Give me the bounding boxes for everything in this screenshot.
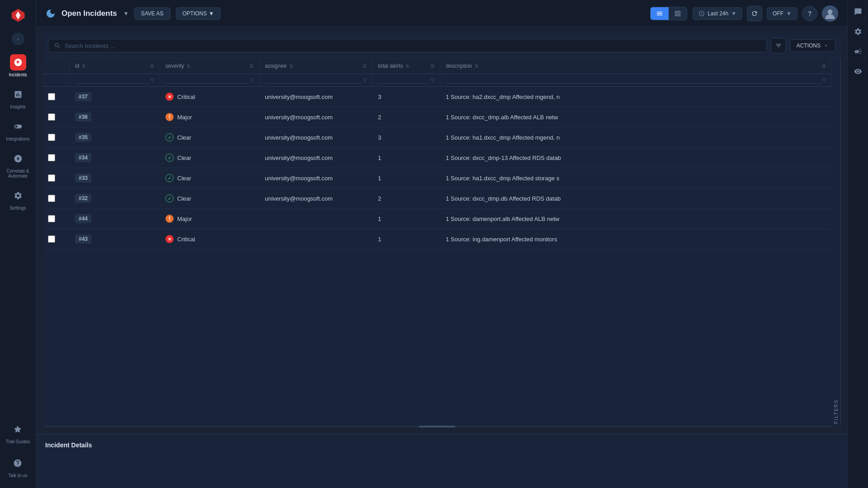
- sort-assignee-icon[interactable]: ⇅: [289, 64, 293, 69]
- td-assignee-2[interactable]: university@moogsoft.com: [259, 127, 373, 147]
- search-input[interactable]: [65, 42, 761, 49]
- filter-assignee-input[interactable]: [265, 77, 363, 84]
- th-id[interactable]: id ⇅ ☰: [70, 58, 160, 74]
- td-id-1[interactable]: #36: [70, 107, 160, 127]
- td-severity-4[interactable]: Clear: [160, 168, 259, 188]
- sidebar-item-settings[interactable]: Settings: [0, 183, 36, 215]
- filter-id-icon[interactable]: ☰: [150, 64, 154, 69]
- filter-assignee-icon[interactable]: ☰: [363, 64, 367, 69]
- td-id-4[interactable]: #33: [70, 168, 160, 188]
- td-total-alerts-1[interactable]: 2: [373, 107, 440, 127]
- filter-id-input[interactable]: [75, 77, 151, 84]
- save-as-button[interactable]: SAVE AS: [134, 7, 170, 20]
- row-checkbox-3[interactable]: [48, 154, 55, 161]
- user-avatar[interactable]: [822, 5, 838, 22]
- filter-alerts-input[interactable]: [378, 77, 431, 84]
- filter-funnel-assignee[interactable]: ▽: [363, 77, 367, 83]
- help-button[interactable]: ?: [802, 6, 817, 21]
- th-severity[interactable]: severity ⇅ ☰: [160, 58, 259, 74]
- td-id-0[interactable]: #37: [70, 87, 160, 107]
- filters-side-label[interactable]: FILTERS: [832, 58, 841, 427]
- sort-severity-icon[interactable]: ⇅: [187, 64, 190, 69]
- list-view-button[interactable]: [651, 7, 669, 20]
- td-severity-1[interactable]: Major: [160, 107, 259, 127]
- grid-view-button[interactable]: [669, 7, 687, 20]
- refresh-button[interactable]: [747, 6, 762, 21]
- off-button[interactable]: OFF ▼: [767, 7, 797, 20]
- row-checkbox-2[interactable]: [48, 134, 55, 141]
- megaphone-button[interactable]: -: [850, 43, 866, 60]
- td-severity-0[interactable]: Critical: [160, 87, 259, 107]
- td-severity-5[interactable]: Clear: [160, 188, 259, 208]
- table-row[interactable]: #44 Major 1 1 Source: damenport.alb Affe…: [42, 209, 832, 229]
- sidebar-item-integrations[interactable]: Integrations: [0, 114, 36, 146]
- filter-funnel-severity[interactable]: ▽: [250, 77, 254, 83]
- eye-button[interactable]: -: [850, 63, 866, 80]
- td-assignee-5[interactable]: university@moogsoft.com: [259, 188, 373, 208]
- td-assignee-7[interactable]: [259, 229, 373, 249]
- td-id-5[interactable]: #32: [70, 188, 160, 208]
- options-button[interactable]: OPTIONS ▼: [176, 7, 221, 20]
- th-assignee[interactable]: assignee ⇅ ☰: [259, 58, 373, 74]
- filter-alerts-icon[interactable]: ☰: [430, 64, 434, 69]
- td-severity-6[interactable]: Major: [160, 209, 259, 229]
- search-input-wrapper[interactable]: [48, 39, 767, 52]
- td-total-alerts-7[interactable]: 1: [373, 229, 440, 249]
- td-id-2[interactable]: #35: [70, 127, 160, 147]
- filter-description-input[interactable]: [446, 77, 822, 84]
- td-total-alerts-2[interactable]: 3: [373, 127, 440, 147]
- td-description-3[interactable]: 1 Source: dxcc_dmp-13 Affected RDS datab: [440, 148, 832, 168]
- time-selector[interactable]: Last 24h ▼: [693, 7, 742, 20]
- td-total-alerts-3[interactable]: 1: [373, 148, 440, 168]
- sidebar-item-talk-to-us[interactable]: Talk to us: [6, 450, 30, 483]
- row-checkbox-1[interactable]: [48, 113, 55, 121]
- row-checkbox-7[interactable]: [48, 235, 55, 243]
- td-description-2[interactable]: 1 Source: ha1.dxcc_dmp Affected mgend, n: [440, 127, 832, 147]
- app-logo[interactable]: [8, 5, 28, 25]
- th-description[interactable]: description ⇅ ☰: [440, 58, 832, 74]
- table-row[interactable]: #43 Critical 1 1 Source: ing.damenport A…: [42, 229, 832, 249]
- sort-description-icon[interactable]: ⇅: [475, 64, 478, 69]
- row-checkbox-0[interactable]: [48, 93, 55, 100]
- td-assignee-3[interactable]: university@moogsoft.com: [259, 148, 373, 168]
- td-total-alerts-5[interactable]: 2: [373, 188, 440, 208]
- th-total-alerts[interactable]: total alerts ⇅ ☰: [373, 58, 440, 74]
- filter-funnel-alerts[interactable]: ▽: [431, 77, 434, 83]
- td-total-alerts-0[interactable]: 3: [373, 87, 440, 107]
- table-row[interactable]: #34 Clear university@moogsoft.com 1 1 So…: [42, 148, 832, 168]
- td-assignee-1[interactable]: university@moogsoft.com: [259, 107, 373, 127]
- table-row[interactable]: #36 Major university@moogsoft.com 2 1 So…: [42, 107, 832, 127]
- td-assignee-0[interactable]: university@moogsoft.com: [259, 87, 373, 107]
- filter-funnel-description[interactable]: ▽: [822, 77, 826, 83]
- table-row[interactable]: #32 Clear university@moogsoft.com 2 1 So…: [42, 188, 832, 209]
- td-description-1[interactable]: 1 Source: dxcc_dmp.alb Affected ALB netw: [440, 107, 832, 127]
- table-row[interactable]: #33 Clear university@moogsoft.com 1 1 So…: [42, 168, 832, 188]
- td-description-5[interactable]: 1 Source: dxcc_dmp.db Affected RDS datab: [440, 188, 832, 208]
- row-checkbox-5[interactable]: [48, 195, 55, 202]
- td-id-3[interactable]: #34: [70, 148, 160, 168]
- row-checkbox-4[interactable]: [48, 174, 55, 182]
- sidebar-item-trial-guides[interactable]: Trial Guides: [6, 417, 30, 449]
- td-total-alerts-6[interactable]: 1: [373, 209, 440, 229]
- table-row[interactable]: #37 Critical university@moogsoft.com 3 1…: [42, 87, 832, 107]
- filter-description-icon[interactable]: ☰: [822, 64, 826, 69]
- sidebar-collapse-button[interactable]: ›: [12, 33, 24, 45]
- td-description-4[interactable]: 1 Source: ha1.dxcc_dmp Affected storage …: [440, 168, 832, 188]
- sidebar-item-incidents[interactable]: Incidents: [0, 50, 36, 82]
- column-filter-button[interactable]: [771, 38, 786, 53]
- title-dropdown-chevron[interactable]: ▼: [123, 10, 129, 17]
- row-checkbox-6[interactable]: [48, 215, 55, 222]
- filter-severity-input[interactable]: [165, 77, 250, 84]
- td-total-alerts-4[interactable]: 1: [373, 168, 440, 188]
- incidents-table[interactable]: #37 Critical university@moogsoft.com 3 1…: [42, 87, 832, 426]
- td-assignee-6[interactable]: [259, 209, 373, 229]
- gear-button[interactable]: -: [850, 23, 866, 40]
- sort-id-icon[interactable]: ⇅: [82, 64, 85, 69]
- chat-button[interactable]: -: [850, 4, 866, 20]
- table-row[interactable]: #35 Clear university@moogsoft.com 3 1 So…: [42, 127, 832, 148]
- filter-funnel-id[interactable]: ▽: [151, 77, 154, 83]
- actions-button[interactable]: ACTIONS: [790, 39, 835, 52]
- td-description-0[interactable]: 1 Source: ha2.dxcc_dmp Affected mgend, n: [440, 87, 832, 107]
- td-severity-2[interactable]: Clear: [160, 127, 259, 147]
- td-id-6[interactable]: #44: [70, 209, 160, 229]
